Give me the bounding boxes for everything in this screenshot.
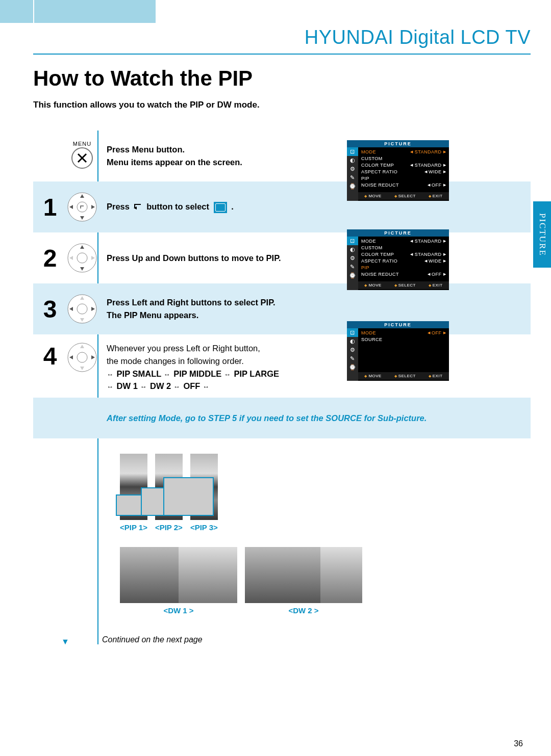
thumb-dw1 [120, 547, 237, 603]
osd-screenshot-1: PICTURE ⊡◐⚙✎⌚ MODE◀STANDARD▶ CUSTOM COLO… [347, 140, 449, 201]
dpad-icon [67, 243, 97, 273]
brand-title: HYUNDAI Digital LCD TV [305, 27, 531, 50]
menu-button-icon [71, 147, 93, 169]
intro-text: This function allows you to watch the PI… [33, 100, 531, 110]
menu-label: MENU [67, 141, 97, 147]
step-row-2: 2 Press Up and Down buttons to move to P… [33, 232, 531, 283]
arrow-tip-icon: ▼ [61, 637, 69, 646]
step-row-menu: 0 MENU Press Menu button. Menu items app… [33, 131, 531, 181]
dpad-icon [67, 342, 97, 373]
osd-screenshot-2: PICTURE ⊡◐⚙✎⌚ MODE◀STANDARD▶ CUSTOM COLO… [347, 229, 449, 290]
step-number: 3 [37, 295, 63, 323]
step0-line1: Press Menu button. [107, 145, 185, 154]
thumb-pip3 [190, 454, 218, 520]
svg-point-4 [77, 202, 87, 212]
continued-text: Continued on the next page [102, 635, 531, 644]
step-row-4: 4 Whenever you press Left or Right butto… [33, 334, 531, 398]
step-number: 4 [37, 342, 63, 370]
steps-container: 0 MENU Press Menu button. Menu items app… [33, 131, 531, 644]
svg-point-11 [77, 253, 87, 263]
dpad-icon [67, 294, 97, 324]
brand-header: HYUNDAI Digital LCD TV [33, 23, 531, 55]
page-number: 36 [514, 739, 523, 748]
svg-point-23 [77, 352, 87, 362]
enter-icon [134, 201, 143, 214]
pip-gallery: <PIP 1> <PIP 2> <PIP 3> [120, 454, 487, 615]
svg-point-17 [77, 304, 87, 314]
step-row-1: 1 Press button to select . [33, 181, 531, 232]
top-band [0, 0, 156, 23]
dpad-icon [67, 192, 97, 222]
thumb-dw2 [245, 547, 362, 603]
tv-icon [214, 202, 227, 213]
note-row: x After setting Mode, go to STEP 5 if yo… [33, 398, 531, 438]
page-title: How to Watch the PIP [33, 66, 531, 91]
step-row-3: 3 Press Left and Right buttons to select… [33, 283, 531, 334]
vertical-rule [33, 0, 34, 23]
section-tab: PICTURE [533, 201, 551, 268]
step0-line2: Menu items appear on the screen. [107, 158, 242, 167]
section-tab-label: PICTURE [537, 213, 547, 256]
step-number: 1 [37, 193, 63, 221]
step-number: 2 [37, 244, 63, 272]
osd-screenshot-3: PICTURE ⊡◐⚙✎⌚ MODE◀OFF▶ SOURCE MOVESELEC… [347, 321, 449, 381]
